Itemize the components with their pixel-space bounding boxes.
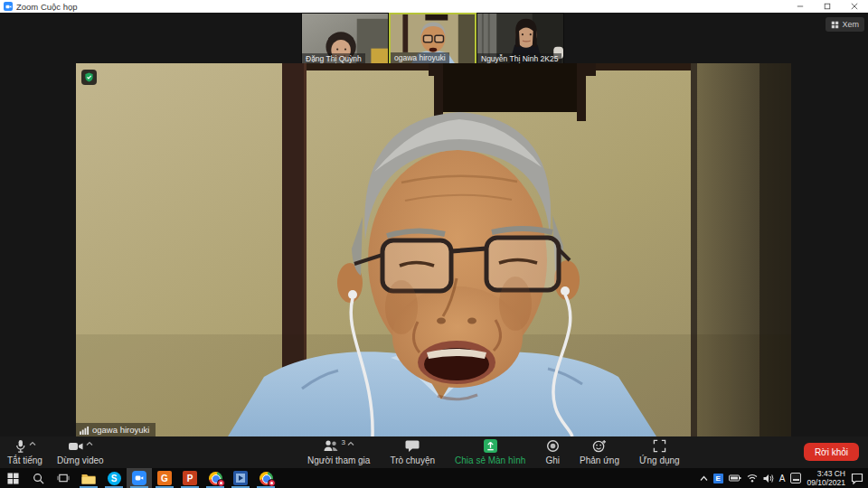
speaker-video-scene xyxy=(76,63,791,436)
reactions-label: Phản ứng xyxy=(580,455,619,465)
taskbar-clock[interactable]: 3:43 CH 09/10/2021 xyxy=(807,469,845,487)
hidden-icons-chevron-icon[interactable] xyxy=(700,475,708,482)
zoom-app-icon xyxy=(4,2,13,11)
record-icon xyxy=(546,439,560,453)
share-screen-label: Chia sẻ Màn hình xyxy=(455,455,525,465)
unikey-icon[interactable]: E xyxy=(713,474,723,483)
mute-button[interactable]: Tắt tiếng xyxy=(7,439,42,465)
zoom-icon xyxy=(132,471,146,485)
battery-icon[interactable] xyxy=(729,474,741,482)
wifi-icon[interactable] xyxy=(747,474,758,483)
minimize-button[interactable] xyxy=(787,0,814,13)
participants-button[interactable]: 3 Người tham gia xyxy=(307,439,370,465)
apps-button[interactable]: Ứng dụng xyxy=(639,439,680,465)
window-title: Zoom Cuộc họp xyxy=(16,2,78,12)
reactions-smiley-icon xyxy=(592,439,607,453)
thumbnail-dang-thi-quynh[interactable]: Đặng Thị Quỳnh xyxy=(301,13,389,65)
meeting-security-shield-icon[interactable] xyxy=(81,70,97,85)
taskbar-zoom-icon[interactable] xyxy=(127,468,152,488)
taskbar-powerpoint-icon[interactable]: P xyxy=(177,468,203,488)
skype-icon: S xyxy=(108,472,121,485)
taskbar-search-button[interactable] xyxy=(25,468,51,488)
chat-button[interactable]: Trò chuyện xyxy=(390,439,435,465)
clock-date: 09/10/2021 xyxy=(807,478,845,487)
task-view-button[interactable] xyxy=(51,468,76,488)
meeting-toolbar: Tắt tiếng Dừng video xyxy=(0,436,868,468)
mute-label: Tắt tiếng xyxy=(7,455,42,465)
apps-icon xyxy=(653,439,666,453)
view-button-label: Xem xyxy=(842,20,859,29)
speaker-nametag: ogawa hiroyuki xyxy=(76,423,156,436)
taskbar-chrome-icon-2[interactable] xyxy=(253,468,278,488)
grid-view-icon xyxy=(831,21,839,29)
notification-badge xyxy=(217,479,225,487)
stop-video-label: Dừng video xyxy=(57,455,104,465)
taskbar-orange-g-app-icon[interactable]: G xyxy=(152,468,177,488)
record-label: Ghi xyxy=(545,455,560,465)
chrome-icon xyxy=(209,472,222,485)
movies-tv-icon xyxy=(233,471,248,485)
clock-time: 3:43 CH xyxy=(807,469,845,478)
thumbnail-ogawa-hiroyuki[interactable]: ogawa hiroyuki xyxy=(389,13,476,65)
record-button[interactable]: Ghi xyxy=(545,439,560,465)
close-button[interactable] xyxy=(841,0,868,13)
stop-video-button[interactable]: Dừng video xyxy=(57,439,104,465)
taskbar-file-explorer-icon[interactable] xyxy=(76,468,101,488)
share-screen-button[interactable]: Chia sẻ Màn hình xyxy=(455,439,525,465)
thumbnail-nguyen-thi-ninh[interactable]: Nguyễn Thị Ninh 2K25 xyxy=(476,13,564,65)
powerpoint-icon: P xyxy=(183,471,197,485)
window-titlebar: Zoom Cuộc họp xyxy=(0,0,868,13)
reactions-button[interactable]: Phản ứng xyxy=(580,439,619,465)
mute-options-chevron-icon[interactable] xyxy=(29,441,36,446)
screen: Zoom Cuộc họp xyxy=(0,0,868,488)
system-tray: E A 3:43 CH 09/10/2021 xyxy=(700,468,868,488)
participants-icon xyxy=(323,439,339,453)
zoom-client: Đặng Thị Quỳnh ogawa hiroyuki xyxy=(0,13,868,468)
task-view-icon xyxy=(57,473,70,483)
start-button[interactable] xyxy=(0,468,25,488)
folder-icon xyxy=(81,473,96,484)
touch-keyboard-icon[interactable] xyxy=(790,473,801,483)
chat-icon xyxy=(405,439,420,453)
taskbar-movies-tv-icon[interactable] xyxy=(228,468,253,488)
participants-count-badge: 3 xyxy=(341,438,344,446)
orange-g-app-icon: G xyxy=(157,471,172,485)
microphone-icon xyxy=(14,439,27,454)
video-camera-icon xyxy=(68,439,84,454)
video-options-chevron-icon[interactable] xyxy=(86,441,93,446)
chrome-icon xyxy=(259,472,273,485)
taskbar-skype-icon[interactable]: S xyxy=(101,468,127,488)
windows-taskbar: S G P xyxy=(0,468,868,488)
leave-meeting-button[interactable]: Rời khỏi xyxy=(804,443,859,461)
view-button[interactable]: Xem xyxy=(826,17,864,32)
taskbar-chrome-icon-1[interactable] xyxy=(203,468,228,488)
notification-badge xyxy=(268,479,276,487)
search-icon xyxy=(33,473,44,484)
apps-label: Ứng dụng xyxy=(639,455,680,465)
share-screen-icon xyxy=(484,439,497,453)
action-center-icon[interactable] xyxy=(851,473,863,484)
participants-chevron-icon[interactable] xyxy=(347,441,354,446)
chat-label: Trò chuyện xyxy=(390,455,435,465)
volume-icon[interactable] xyxy=(763,474,774,483)
participants-label: Người tham gia xyxy=(307,455,370,465)
main-video-feed: ogawa hiroyuki xyxy=(76,63,791,436)
speaker-name-label: ogawa hiroyuki xyxy=(92,425,149,435)
maximize-button[interactable] xyxy=(814,0,841,13)
windows-logo-icon xyxy=(7,473,19,484)
participant-name-label: ogawa hiroyuki xyxy=(391,52,449,63)
connection-signal-icon xyxy=(80,426,90,435)
ime-language-icon[interactable]: A xyxy=(779,474,786,483)
thumbnail-strip: Đặng Thị Quỳnh ogawa hiroyuki xyxy=(301,13,564,65)
